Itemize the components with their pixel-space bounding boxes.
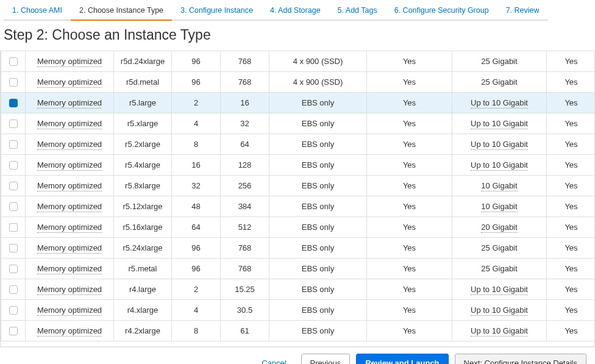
family-cell: Memory optimized — [37, 77, 102, 88]
table-row[interactable]: Memory optimizedr5.24xlarge96768EBS only… — [1, 238, 596, 259]
family-cell: Memory optimized — [37, 98, 102, 109]
type-cell: r5.12xlarge — [114, 196, 172, 217]
row-checkbox[interactable] — [9, 202, 18, 211]
previous-button[interactable]: Previous — [301, 354, 351, 364]
storage-cell: EBS only — [269, 155, 367, 176]
wizard-step-3[interactable]: 3. Configure Instance — [172, 2, 262, 21]
row-checkbox[interactable] — [9, 161, 18, 170]
ipv6-cell: Yes — [547, 155, 596, 176]
family-cell: Memory optimized — [37, 243, 102, 254]
vcpus-cell: 4 — [172, 113, 221, 134]
table-row[interactable]: Memory optimizedr5.8xlarge32256EBS onlyY… — [1, 176, 596, 196]
vcpus-cell: 8 — [172, 134, 221, 155]
type-cell: r5d.metal — [114, 72, 172, 93]
memory-cell: 768 — [221, 72, 269, 93]
type-cell: r4.2xlarge — [114, 321, 172, 341]
table-row[interactable]: Memory optimizedr5d.24xlarge967684 x 900… — [1, 51, 596, 72]
network-cell: Up to 10 Gigabit — [471, 140, 528, 150]
ebs-cell: Yes — [367, 134, 452, 155]
table-row[interactable]: Memory optimizedr5.16xlarge64512EBS only… — [1, 217, 596, 238]
storage-cell: EBS only — [269, 279, 367, 300]
ipv6-cell: Yes — [547, 259, 596, 279]
storage-cell: EBS only — [269, 113, 367, 134]
ebs-cell: Yes — [367, 217, 452, 238]
row-checkbox[interactable] — [9, 78, 18, 87]
network-cell: 25 Gigabit — [481, 77, 517, 87]
vcpus-cell: 64 — [172, 217, 221, 238]
vcpus-cell: 32 — [172, 176, 221, 196]
table-row[interactable]: Memory optimizedr5d.metal967684 x 900 (S… — [1, 72, 596, 93]
wizard-step-6[interactable]: 6. Configure Security Group — [386, 2, 497, 21]
family-cell: Memory optimized — [37, 57, 102, 67]
storage-cell: EBS only — [269, 196, 367, 217]
footer-bar: Cancel Previous Review and Launch Next: … — [0, 347, 595, 364]
family-cell: Memory optimized — [37, 119, 102, 129]
table-row[interactable]: Memory optimizedr5.large216EBS onlyYesUp… — [1, 93, 596, 113]
family-cell: Memory optimized — [37, 160, 102, 171]
row-checkbox[interactable] — [9, 57, 18, 66]
ipv6-cell: Yes — [547, 176, 596, 196]
memory-cell: 512 — [221, 217, 269, 238]
table-row[interactable]: Memory optimizedr5.metal96768EBS onlyYes… — [1, 259, 596, 279]
network-cell: 10 Gigabit — [481, 181, 517, 191]
row-checkbox[interactable] — [9, 140, 18, 149]
network-cell: Up to 10 Gigabit — [471, 160, 528, 171]
storage-cell: EBS only — [269, 238, 367, 259]
storage-cell: EBS only — [269, 259, 367, 279]
wizard-step-2[interactable]: 2. Choose Instance Type — [71, 2, 172, 21]
table-row[interactable]: Memory optimizedr4.xlarge430.5EBS onlyYe… — [1, 300, 596, 321]
wizard-step-1[interactable]: 1. Choose AMI — [4, 2, 71, 21]
memory-cell: 15.25 — [221, 279, 269, 300]
family-cell: Memory optimized — [37, 223, 102, 233]
table-row[interactable]: Memory optimizedr4.large215.25EBS onlyYe… — [1, 279, 596, 300]
ebs-cell: Yes — [367, 259, 452, 279]
row-checkbox[interactable] — [9, 244, 18, 252]
vcpus-cell: 4 — [172, 300, 221, 321]
vcpus-cell: 96 — [172, 72, 221, 93]
row-checkbox[interactable] — [9, 120, 18, 128]
instance-table-wrap: Memory optimizedr5d.24xlarge967684 x 900… — [0, 51, 595, 347]
cancel-button[interactable]: Cancel — [253, 354, 294, 364]
row-checkbox[interactable] — [9, 223, 18, 232]
network-cell: 10 Gigabit — [481, 202, 517, 212]
storage-cell: 4 x 900 (SSD) — [269, 51, 367, 72]
ebs-cell: Yes — [367, 113, 452, 134]
row-checkbox[interactable] — [9, 285, 18, 294]
memory-cell: 384 — [221, 196, 269, 217]
table-row[interactable]: Memory optimizedr4.2xlarge861EBS onlyYes… — [1, 321, 596, 341]
row-checkbox[interactable] — [9, 327, 18, 335]
vcpus-cell: 2 — [172, 279, 221, 300]
wizard-step-5[interactable]: 5. Add Tags — [329, 2, 386, 21]
type-cell: r5.2xlarge — [114, 134, 172, 155]
type-cell: r5d.24xlarge — [114, 51, 172, 72]
vcpus-cell: 16 — [172, 155, 221, 176]
ebs-cell: Yes — [367, 279, 452, 300]
wizard-step-4[interactable]: 4. Add Storage — [262, 2, 329, 21]
row-checkbox[interactable] — [9, 182, 18, 190]
table-row[interactable]: Memory optimizedr5.xlarge432EBS onlyYesU… — [1, 113, 596, 134]
next-button[interactable]: Next: Configure Instance Details — [455, 354, 586, 364]
row-checkbox[interactable] — [9, 306, 18, 315]
table-row[interactable]: Memory optimizedr5.2xlarge864EBS onlyYes… — [1, 134, 596, 155]
vcpus-cell: 96 — [172, 259, 221, 279]
family-cell: Memory optimized — [37, 326, 102, 337]
page-title: Step 2: Choose an Instance Type — [0, 21, 595, 51]
review-and-launch-button[interactable]: Review and Launch — [356, 354, 448, 364]
ipv6-cell: Yes — [547, 196, 596, 217]
type-cell: r5.xlarge — [114, 113, 172, 134]
storage-cell: EBS only — [269, 217, 367, 238]
row-checkbox[interactable] — [9, 99, 18, 107]
table-row[interactable]: Memory optimizedr5.4xlarge16128EBS onlyY… — [1, 155, 596, 176]
wizard-step-7[interactable]: 7. Review — [497, 2, 548, 21]
type-cell: r5.8xlarge — [114, 176, 172, 196]
ipv6-cell: Yes — [547, 279, 596, 300]
storage-cell: 4 x 900 (SSD) — [269, 72, 367, 93]
network-cell: 25 Gigabit — [481, 57, 517, 66]
memory-cell: 768 — [221, 238, 269, 259]
type-cell: r4.large — [114, 279, 172, 300]
memory-cell: 768 — [221, 51, 269, 72]
vcpus-cell: 96 — [172, 238, 221, 259]
row-checkbox[interactable] — [9, 265, 18, 273]
family-cell: Memory optimized — [37, 264, 102, 274]
table-row[interactable]: Memory optimizedr5.12xlarge48384EBS only… — [1, 196, 596, 217]
